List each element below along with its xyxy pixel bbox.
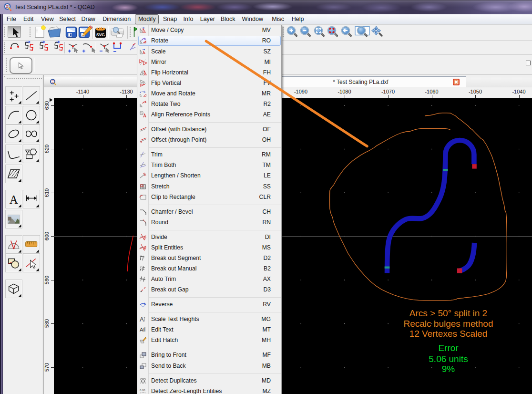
svg-text:A: A bbox=[140, 316, 144, 323]
svg-text:Recalc bulges method: Recalc bulges method bbox=[404, 319, 493, 329]
svg-text:Error: Error bbox=[438, 343, 459, 353]
svg-text:SVG: SVG bbox=[96, 32, 105, 37]
svg-text:9%: 9% bbox=[442, 364, 455, 374]
svg-text:Arcs > 50° split in 2: Arcs > 50° split in 2 bbox=[409, 308, 487, 318]
svg-text:A: A bbox=[10, 193, 18, 206]
svg-text:5.06 units: 5.06 units bbox=[429, 354, 468, 364]
svg-text:AI: AI bbox=[140, 327, 144, 332]
svg-text:12 Vertexes Scaled: 12 Vertexes Scaled bbox=[409, 329, 488, 339]
svg-text:0.00: 0.00 bbox=[140, 389, 145, 392]
